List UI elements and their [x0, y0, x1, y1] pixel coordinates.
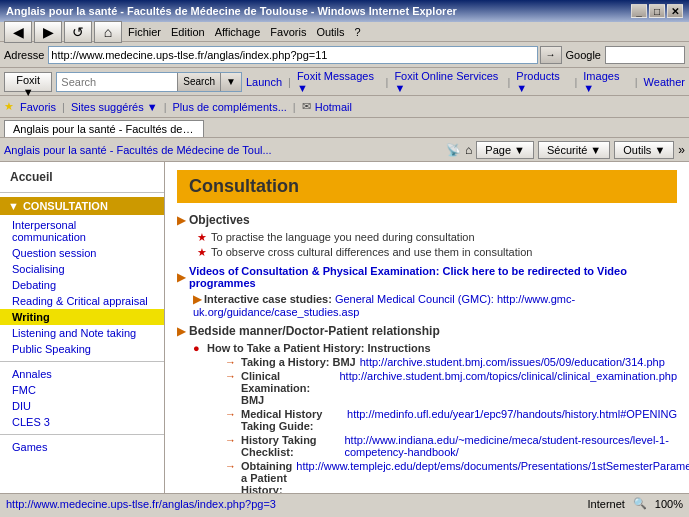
fav-star-icon: ★: [4, 100, 14, 113]
maximize-button[interactable]: □: [649, 4, 665, 18]
foxit-messages-link[interactable]: Foxit Messages ▼: [297, 70, 380, 94]
status-url: http://www.medecine.ups-tlse.fr/anglas/i…: [6, 498, 276, 510]
link-url-4[interactable]: http://www.templejc.edu/dept/ems/documen…: [296, 460, 689, 472]
menu-outils[interactable]: Outils: [312, 25, 348, 39]
launch-link[interactable]: Launch: [246, 76, 282, 88]
double-arrow-icon[interactable]: »: [678, 143, 685, 157]
outils-page-button[interactable]: Outils ▼: [614, 141, 674, 159]
browser-tab[interactable]: Anglais pour la santé - Facultés de Méde…: [4, 120, 204, 137]
window-title: Anglais pour la santé - Facultés de Méde…: [6, 5, 457, 17]
status-right: Internet 🔍 100%: [588, 497, 683, 510]
sidebar-item-diu[interactable]: DIU: [0, 398, 164, 414]
link-url-2[interactable]: http://medinfo.ufl.edu/year1/epc97/hando…: [347, 408, 677, 420]
products-link[interactable]: Products ▼: [516, 70, 568, 94]
page-breadcrumb[interactable]: Anglais pour la santé - Facultés de Méde…: [4, 144, 442, 156]
sidebar-accueil[interactable]: Accueil: [0, 166, 164, 188]
images-link[interactable]: Images ▼: [583, 70, 628, 94]
google-search-input[interactable]: [605, 46, 685, 64]
link-url-3[interactable]: http://www.indiana.edu/~medicine/meca/st…: [344, 434, 677, 458]
link-url-1[interactable]: http://archive.student.bmj.com/topics/cl…: [340, 370, 678, 382]
home-icon[interactable]: ⌂: [465, 143, 472, 157]
objective-1-text: To practise the language you need during…: [211, 231, 475, 243]
link-label-4: Obtaining a Patient History:: [241, 460, 292, 493]
go-button[interactable]: →: [540, 46, 562, 64]
zoom-icon: 🔍: [633, 497, 647, 510]
menu-edition[interactable]: Edition: [167, 25, 209, 39]
back-button[interactable]: ◀: [4, 21, 32, 43]
objectives-list: ★ To practise the language you need duri…: [197, 231, 677, 259]
sidebar-item-games[interactable]: Games: [0, 439, 164, 455]
nav-buttons: ◀ ▶ ↺ ⌂: [4, 21, 122, 43]
sidebar-item-listening[interactable]: Listening and Note taking: [0, 325, 164, 341]
videos-section: ▶ Videos of Consultation & Physical Exam…: [177, 265, 677, 289]
rss-icon[interactable]: 📡: [446, 143, 461, 157]
search-box: Search ▼: [56, 72, 242, 92]
menu-affichage[interactable]: Affichage: [211, 25, 265, 39]
objectives-arrow: ▶: [177, 214, 185, 227]
objective-1: ★ To practise the language you need duri…: [197, 231, 677, 244]
sidebar-item-annales[interactable]: Annales: [0, 366, 164, 382]
objectives-section: ▶ Objectives: [177, 213, 677, 227]
menu-favoris[interactable]: Favoris: [266, 25, 310, 39]
objective-2-text: To observe cross cultural differences an…: [211, 246, 532, 258]
sidebar-divider-1: [0, 192, 164, 193]
sidebar-item-public-speaking[interactable]: Public Speaking: [0, 341, 164, 357]
foxit-button[interactable]: Foxit ▼: [4, 72, 52, 92]
menu-fichier[interactable]: Fichier: [124, 25, 165, 39]
sidebar-item-reading[interactable]: Reading & Critical appraisal: [0, 293, 164, 309]
link-label-2: Medical History Taking Guide:: [241, 408, 343, 432]
search-button[interactable]: Search: [177, 73, 220, 91]
hotmail-icon: ✉: [302, 100, 311, 113]
sites-suggeres-link[interactable]: Sites suggérés ▼: [71, 101, 158, 113]
home-button[interactable]: ⌂: [94, 21, 122, 43]
page-title-box: Consultation: [177, 170, 677, 203]
page-title: Consultation: [189, 176, 665, 197]
google-label: Google: [566, 49, 601, 61]
address-input[interactable]: [48, 46, 537, 64]
sidebar-item-writing[interactable]: Writing: [0, 309, 164, 325]
case-studies-row: ▶ Interactive case studies: General Medi…: [193, 293, 677, 318]
search-dropdown-button[interactable]: ▼: [220, 73, 241, 91]
history-links-list: → Taking a History: BMJ http://archive.s…: [225, 356, 677, 493]
pagetoolbar: Anglais pour la santé - Facultés de Méde…: [0, 138, 689, 162]
sidebar-item-interpersonal[interactable]: Interpersonal communication: [0, 217, 164, 245]
sidebar-item-fmc[interactable]: FMC: [0, 382, 164, 398]
link-label-0: Taking a History: BMJ: [241, 356, 356, 368]
window-controls: _ □ ✕: [631, 4, 683, 18]
videos-arrow: ▶: [177, 271, 185, 284]
menu-help[interactable]: ?: [351, 25, 365, 39]
hotmail-link[interactable]: Hotmail: [315, 101, 352, 113]
minimize-button[interactable]: _: [631, 4, 647, 18]
sidebar-item-debating[interactable]: Debating: [0, 277, 164, 293]
history-link-0: → Taking a History: BMJ http://archive.s…: [225, 356, 677, 368]
link-url-0[interactable]: http://archive.student.bmj.com/issues/05…: [360, 356, 665, 368]
statusbar: http://www.medecine.ups-tlse.fr/anglas/i…: [0, 493, 689, 513]
link-label-3: History Taking Checklist:: [241, 434, 340, 458]
bedside-title: Bedside manner/Doctor-Patient relationsh…: [189, 324, 440, 338]
search-input[interactable]: [57, 73, 177, 91]
consultation-label: CONSULTATION: [23, 200, 108, 212]
foxit-online-link[interactable]: Foxit Online Services ▼: [394, 70, 501, 94]
close-button[interactable]: ✕: [667, 4, 683, 18]
sidebar-item-question[interactable]: Question session: [0, 245, 164, 261]
sidebar-item-cles3[interactable]: CLES 3: [0, 414, 164, 430]
menubar: ◀ ▶ ↺ ⌂ Fichier Edition Affichage Favori…: [0, 22, 689, 42]
history-link-4: → Obtaining a Patient History: http://ww…: [225, 460, 677, 493]
forward-button[interactable]: ▶: [34, 21, 62, 43]
bedside-section: ▶ Bedside manner/Doctor-Patient relation…: [177, 324, 677, 338]
history-link-2: → Medical History Taking Guide: http://m…: [225, 408, 677, 432]
favoris-link[interactable]: Favoris: [20, 101, 56, 113]
refresh-button[interactable]: ↺: [64, 21, 92, 43]
complements-link[interactable]: Plus de compléments...: [173, 101, 287, 113]
zoom-level: 100%: [655, 498, 683, 510]
triangle-icon: ▼: [8, 200, 19, 212]
page-button[interactable]: Page ▼: [476, 141, 534, 159]
securite-button[interactable]: Sécurité ▼: [538, 141, 610, 159]
link-label-1: Clinical Examination: BMJ: [241, 370, 336, 406]
favbar: ★ Favoris | Sites suggérés ▼ | Plus de c…: [0, 96, 689, 118]
sidebar-item-socialising[interactable]: Socialising: [0, 261, 164, 277]
videos-title[interactable]: Videos of Consultation & Physical Examin…: [189, 265, 677, 289]
weather-link[interactable]: Weather: [644, 76, 685, 88]
address-label: Adresse: [4, 49, 44, 61]
tabbar: Anglais pour la santé - Facultés de Méde…: [0, 118, 689, 138]
